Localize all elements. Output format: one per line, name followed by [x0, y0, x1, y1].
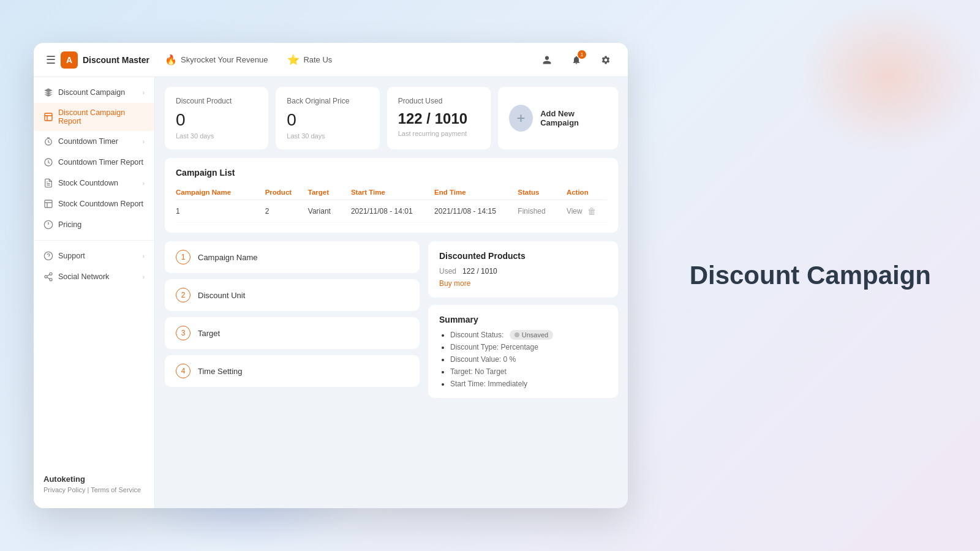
th-target: Target [308, 189, 349, 196]
stat-discount-product: Discount Product 0 Last 30 days [165, 87, 268, 149]
page-title: Discount Campaign [690, 261, 931, 290]
form-panel: 1 Campaign Name 2 Discount Unit 3 Target… [165, 241, 618, 398]
step-label-2: Discount Unit [198, 291, 245, 300]
summary-value-4: Immediately [488, 380, 527, 388]
svg-point-11 [50, 272, 52, 275]
sidebar-item-pricing[interactable]: Pricing [34, 214, 154, 235]
summary-item-2: Discount Value: 0 % [450, 355, 607, 364]
sidebar-item-stock-countdown-report[interactable]: Stock Countdown Report [34, 193, 154, 214]
sidebar-label-discount-report: Discount Campaign Report [58, 108, 145, 126]
svg-rect-0 [45, 113, 52, 121]
notification-icon-btn[interactable]: 1 [567, 50, 586, 70]
view-button[interactable]: View [567, 207, 582, 216]
th-end-time: End Time [434, 189, 515, 196]
sidebar-label-stock-countdown-report: Stock Countdown Report [58, 200, 145, 208]
hamburger-icon[interactable]: ☰ [46, 53, 56, 67]
summary-label-0: Discount Status: [450, 331, 503, 339]
summary-value-1: Percentage [501, 343, 538, 351]
svg-point-13 [50, 279, 52, 281]
sidebar-item-discount-report[interactable]: Discount Campaign Report [34, 103, 154, 131]
th-action: Action [567, 189, 607, 196]
chevron-right-icon-5: › [143, 274, 145, 280]
page-title-area: Discount Campaign [690, 261, 931, 290]
user-icon-btn[interactable] [537, 50, 557, 70]
notification-badge: 1 [578, 50, 586, 59]
step-number-1: 1 [176, 250, 190, 264]
td-status: Finished [518, 207, 564, 216]
settings-icon-btn[interactable] [596, 50, 616, 70]
separator: | [88, 486, 89, 493]
sidebar-footer: Autoketing Privacy Policy | Terms of Ser… [34, 465, 154, 503]
summary-label-4: Start Time: [450, 380, 486, 388]
app-logo: A [61, 51, 78, 69]
header-actions: 1 [537, 50, 616, 70]
form-sidebar: Discounted Products Used 122 / 1010 Buy … [428, 241, 618, 398]
sidebar-item-countdown-timer[interactable]: Countdown Timer › [34, 131, 154, 152]
sidebar-label-discount-campaign: Discount Campaign [58, 88, 138, 97]
sidebar-label-support: Support [58, 252, 138, 260]
sidebar-divider [34, 240, 154, 241]
form-steps: 1 Campaign Name 2 Discount Unit 3 Target… [165, 241, 420, 398]
social-network-icon [43, 272, 53, 282]
nav-rate-us[interactable]: ⭐ Rate Us [282, 51, 337, 68]
summary-value-3: No Target [475, 367, 507, 376]
terms-link[interactable]: Terms of Service [91, 486, 141, 493]
sidebar-item-stock-countdown[interactable]: Stock Countdown › [34, 173, 154, 193]
summary-item-1: Discount Type: Percentage [450, 343, 607, 351]
main-content: Discount Product 0 Last 30 days Back Ori… [155, 77, 628, 508]
sidebar-item-support[interactable]: Support › [34, 246, 154, 266]
td-end-time: 2021/11/08 - 14:15 [434, 207, 515, 216]
countdown-timer-report-icon [43, 157, 53, 167]
campaign-list-card: Campaign List Campaign Name Product Targ… [165, 158, 618, 233]
chevron-right-icon-4: › [143, 253, 145, 260]
td-start-time: 2021/11/08 - 14:01 [351, 207, 432, 216]
stat-back-label: Back Original Price [287, 97, 368, 105]
summary-card: Summary Discount Status: Unsaved Discoun… [428, 305, 618, 398]
summary-label-2: Discount Value: [450, 355, 501, 364]
table-header: Campaign Name Product Target Start Time … [176, 185, 607, 200]
summary-item-4: Start Time: Immediately [450, 380, 607, 388]
summary-item-0: Discount Status: Unsaved [450, 331, 607, 339]
action-buttons: View 🗑 [567, 206, 607, 216]
sidebar-label-social-network: Social Network [58, 272, 138, 281]
chevron-right-icon-3: › [143, 180, 145, 187]
svg-line-15 [47, 274, 50, 276]
sidebar-item-social-network[interactable]: Social Network › [34, 266, 154, 287]
summary-title: Summary [439, 315, 607, 324]
chevron-right-icon: › [143, 89, 145, 96]
stat-product-used: Product Used 122 / 1010 Last recurring p… [387, 87, 491, 149]
privacy-link[interactable]: Privacy Policy [43, 486, 85, 493]
stat-back-sublabel: Last 30 days [287, 132, 368, 140]
nav-skyrocket-label: Skyrocket Your Revenue [181, 55, 268, 64]
sidebar-brand: Autoketing [43, 474, 145, 484]
step-card-2[interactable]: 2 Discount Unit [165, 279, 420, 311]
step-card-4[interactable]: 4 Time Setting [165, 355, 420, 387]
step-card-3[interactable]: 3 Target [165, 317, 420, 349]
td-product: 2 [265, 207, 306, 216]
sidebar-item-discount-campaign[interactable]: Discount Campaign › [34, 82, 154, 103]
delete-button[interactable]: 🗑 [587, 206, 596, 216]
stock-countdown-icon [43, 178, 53, 188]
discount-campaign-icon [43, 88, 53, 97]
countdown-timer-icon [43, 137, 53, 146]
summary-label-1: Discount Type: [450, 343, 499, 351]
stat-product-used-value: 122 / 1010 [398, 110, 480, 127]
stats-row: Discount Product 0 Last 30 days Back Ori… [165, 87, 618, 149]
app-body: Discount Campaign › Discount Campaign Re… [34, 77, 628, 508]
discounted-products-title: Discounted Products [439, 251, 607, 261]
step-card-1[interactable]: 1 Campaign Name [165, 241, 420, 273]
rocket-icon: 🔥 [165, 54, 177, 66]
buy-more-link[interactable]: Buy more [439, 279, 607, 288]
sidebar-item-countdown-timer-report[interactable]: Countdown Timer Report [34, 152, 154, 173]
step-number-4: 4 [176, 364, 190, 378]
nav-skyrocket[interactable]: 🔥 Skyrocket Your Revenue [160, 51, 273, 68]
sidebar-label-pricing: Pricing [58, 220, 145, 229]
header-logo-area: ☰ A Discount Master [46, 51, 150, 69]
add-campaign-card[interactable]: + Add New Campaign [498, 87, 618, 149]
star-icon: ⭐ [287, 54, 300, 66]
th-status: Status [518, 189, 564, 196]
summary-list: Discount Status: Unsaved Discount Type: … [439, 331, 607, 388]
svg-point-12 [45, 276, 47, 278]
step-label-4: Time Setting [198, 367, 243, 376]
nav-rate-label: Rate Us [303, 55, 332, 64]
